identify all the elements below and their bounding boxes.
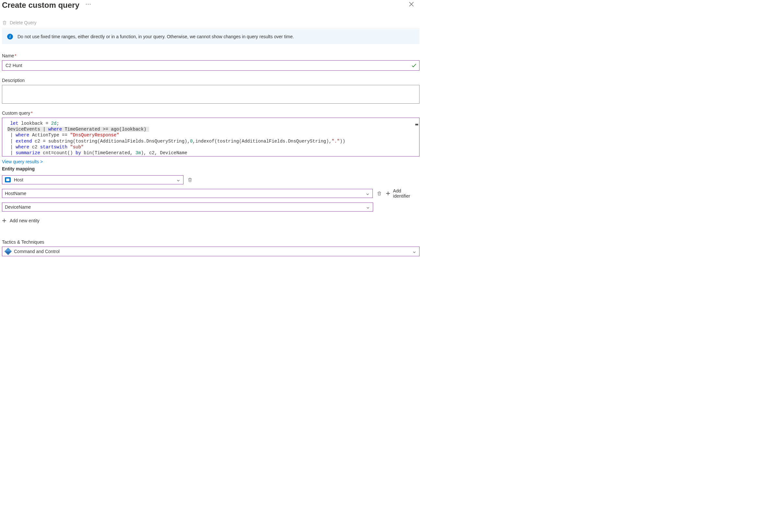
delete-query-label: Delete Query	[10, 20, 36, 25]
name-input[interactable]	[2, 60, 420, 71]
chevron-down-icon	[177, 178, 180, 181]
view-query-results-link[interactable]: View query results >	[2, 159, 420, 164]
info-banner: i Do not use fixed time ranges, either d…	[2, 29, 420, 44]
entity-delete-button[interactable]	[187, 177, 193, 182]
plus-icon	[386, 191, 390, 196]
identifier-dropdown[interactable]: HostName	[2, 189, 373, 198]
entity-mapping-heading: Entity mapping	[2, 166, 420, 171]
add-identifier-button[interactable]: Add identifier	[386, 188, 420, 199]
description-label: Description	[2, 78, 420, 83]
page-title: Create custom query	[2, 1, 80, 10]
custom-query-editor[interactable]: let lookback = 2d; DeviceEvents | where …	[2, 118, 420, 157]
add-new-entity-button[interactable]: Add new entity	[2, 218, 40, 223]
tactics-value: Command and Control	[14, 249, 60, 254]
custom-query-label: Custom query*	[2, 110, 420, 116]
trash-icon	[2, 20, 7, 25]
chevron-down-icon	[413, 250, 416, 253]
identifier-delete-button[interactable]	[377, 191, 382, 196]
delete-query-button[interactable]: Delete Query	[2, 20, 36, 25]
editor-scrollbar-thumb[interactable]	[415, 124, 418, 125]
host-icon	[5, 177, 11, 182]
identifier-value: HostName	[5, 191, 26, 196]
tactic-icon	[5, 248, 12, 255]
close-button[interactable]	[408, 1, 415, 8]
chevron-down-icon	[366, 192, 369, 195]
entity-type-dropdown[interactable]: Host	[2, 175, 184, 184]
trash-icon	[187, 177, 193, 182]
trash-icon	[377, 191, 382, 196]
chevron-down-icon	[366, 205, 370, 209]
close-icon	[408, 1, 415, 8]
add-new-entity-label: Add new entity	[10, 218, 40, 223]
name-label: Name*	[2, 53, 420, 58]
info-message: Do not use fixed time ranges, either dir…	[17, 34, 294, 39]
description-textarea[interactable]	[2, 85, 420, 104]
column-dropdown[interactable]: DeviceName	[2, 203, 373, 212]
add-identifier-label: Add identifier	[393, 188, 420, 199]
column-value: DeviceName	[5, 204, 31, 210]
plus-icon	[2, 218, 6, 223]
validated-icon	[411, 62, 417, 68]
entity-type-value: Host	[14, 177, 23, 182]
tactics-dropdown[interactable]: Command and Control	[2, 247, 420, 256]
more-actions-button[interactable]: ⋯	[85, 1, 91, 9]
tactics-label: Tactics & Techniques	[2, 240, 420, 245]
info-icon: i	[7, 34, 13, 40]
